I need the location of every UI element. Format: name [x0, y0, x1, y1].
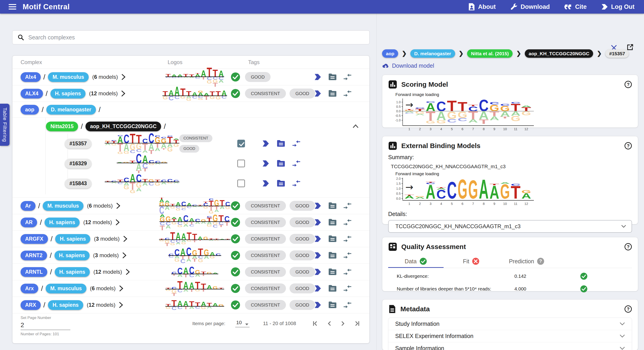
gene-pill[interactable]: ARNT2 [20, 251, 47, 260]
gene-pill[interactable]: AR [20, 218, 37, 227]
folder-icon[interactable] [328, 268, 337, 275]
table-row[interactable]: Alx4 / M. musculus (6 models) TCACACTATA… [12, 69, 370, 85]
model-id-pill[interactable]: #15843 [65, 179, 92, 188]
nav-cite[interactable]: Cite [564, 4, 587, 11]
gene-pill[interactable]: Arx [20, 284, 38, 293]
model-row[interactable]: #15843 TCATCCAGATGCGATAGCTGCACGCA [12, 173, 370, 194]
compare-arrows-icon[interactable] [343, 268, 352, 276]
help-icon[interactable]: ? [624, 81, 632, 88]
compare-arrows-icon[interactable] [343, 251, 352, 259]
model-id-pill[interactable]: #16329 [65, 159, 92, 168]
table-row[interactable]: ARNT2 / H. sapiens (3 models) CCCAGATCCT… [12, 247, 370, 264]
gene-pill[interactable]: Alx4 [20, 72, 41, 82]
species-pill[interactable]: D. melanogaster [46, 105, 96, 115]
tab-prediction[interactable]: Prediction? [499, 255, 554, 267]
table-row[interactable]: ALX4 / H. sapiens (12 models) TGACACTGTA… [12, 85, 370, 102]
nav-log-out[interactable]: Log Out [601, 4, 634, 11]
breadcrumb-item[interactable]: #15357 [605, 49, 629, 58]
goto-model-icon[interactable] [314, 268, 322, 275]
compare-arrows-icon[interactable] [343, 73, 352, 81]
gene-pill[interactable]: ARGFX [20, 234, 48, 244]
species-pill[interactable]: H. sapiens [50, 89, 86, 99]
experiment-pill[interactable]: aop_KH_TCCGGC20NGGC [86, 122, 161, 131]
tab-data[interactable]: Data [388, 255, 444, 267]
compare-arrows-icon[interactable] [292, 180, 300, 187]
model-details-select[interactable]: TCCGGC20NGGC_KH_NNACCGGAAGTR_m1_c3 [388, 220, 632, 233]
table-row[interactable]: ARNTL / H. sapiens (12 models) CTCAATCCG… [12, 264, 370, 280]
study-row[interactable]: Nitta2015 / aop_KH_TCCGGC20NGGC / [12, 118, 370, 133]
species-pill[interactable]: H. sapiens [55, 234, 90, 244]
goto-model-icon[interactable] [314, 301, 322, 308]
goto-model-icon[interactable] [314, 90, 322, 97]
compare-arrows-icon[interactable] [343, 218, 352, 226]
model-checkbox[interactable] [237, 160, 245, 167]
species-pill[interactable]: M. musculus [43, 201, 83, 211]
help-icon[interactable]: ? [624, 243, 632, 251]
folder-icon[interactable] [328, 235, 337, 242]
compare-arrows-icon[interactable] [292, 140, 300, 147]
goto-model-icon[interactable] [262, 140, 270, 147]
compare-arrows-icon[interactable] [292, 160, 300, 167]
last-page-button[interactable] [354, 320, 360, 327]
download-model-link[interactable]: Download model [382, 63, 434, 69]
gene-pill[interactable]: aop [20, 105, 39, 115]
model-checkbox[interactable] [237, 140, 245, 147]
folder-icon[interactable] [328, 252, 337, 259]
folder-icon[interactable] [328, 219, 337, 226]
species-pill[interactable]: H. sapiens [48, 300, 83, 310]
gene-pill[interactable]: ARNTL [20, 267, 47, 277]
folder-icon[interactable] [277, 160, 285, 167]
model-id-pill[interactable]: #15357 [65, 139, 92, 149]
prev-page-button[interactable] [326, 320, 332, 327]
breadcrumb-item[interactable]: D. melanogaster [410, 49, 455, 58]
metadata-section-2[interactable]: Sample Information [388, 342, 632, 350]
goto-model-icon[interactable] [314, 73, 322, 81]
folder-icon[interactable] [328, 202, 337, 209]
compare-arrows-icon[interactable] [343, 284, 352, 292]
gene-pill[interactable]: ALX4 [20, 89, 43, 99]
gene-pill[interactable]: Ar [20, 201, 36, 211]
model-checkbox[interactable] [237, 180, 245, 187]
goto-model-icon[interactable] [314, 252, 322, 259]
tab-fit[interactable]: Fit [444, 255, 499, 267]
table-row[interactable]: AR / H. sapiens (12 models) GACTGCATAGAC… [12, 214, 370, 231]
table-row[interactable]: Arx / M. musculus (6 models) TGCGTTCAAAT… [12, 280, 370, 297]
table-filtering-tab[interactable]: Table Filtering [0, 104, 10, 146]
table-row[interactable]: ARGFX / H. sapiens (3 models) TGCGTTCGAC… [12, 231, 370, 247]
goto-model-icon[interactable] [262, 160, 270, 167]
table-row[interactable]: Ar / M. musculus (6 models) GATCGAATGACG… [12, 198, 370, 214]
model-row[interactable]: #15357 TGATCGACTGCAGTGCTGCCTACATGCTAGCAT… [12, 133, 370, 154]
folder-icon[interactable] [328, 285, 337, 292]
compare-arrows-icon[interactable] [343, 90, 352, 97]
help-icon[interactable]: ? [624, 305, 632, 313]
collapse-icon[interactable] [352, 124, 359, 129]
metadata-section-1[interactable]: SELEX Experiment Information [388, 330, 632, 342]
metadata-section-0[interactable]: Study Information [388, 318, 632, 330]
help-icon[interactable]: ? [624, 142, 632, 150]
table-row[interactable]: ARX / H. sapiens (12 models) TGTCACATTAT… [12, 297, 370, 313]
goto-model-icon[interactable] [314, 285, 322, 292]
goto-model-icon[interactable] [314, 202, 322, 209]
folder-icon[interactable] [277, 180, 285, 187]
species-pill[interactable]: H. sapiens [55, 267, 90, 277]
next-page-button[interactable] [340, 320, 346, 327]
folder-icon[interactable] [328, 73, 337, 81]
search-input[interactable] [28, 34, 364, 41]
compare-arrows-icon[interactable] [343, 235, 352, 243]
folder-icon[interactable] [277, 140, 285, 147]
folder-icon[interactable] [328, 301, 337, 308]
nav-about[interactable]: About [468, 3, 496, 11]
species-pill[interactable]: M. musculus [46, 284, 86, 293]
breadcrumb-item[interactable]: Nitta et al. (2015) [467, 49, 512, 58]
nav-download[interactable]: Download [510, 3, 550, 11]
compare-arrows-icon[interactable] [343, 301, 352, 309]
species-pill[interactable]: H. sapiens [54, 251, 90, 260]
species-pill[interactable]: H. sapiens [44, 218, 80, 227]
menu-icon[interactable] [8, 3, 16, 11]
model-row[interactable]: #16329 AGTACATACTCGCAG [12, 154, 370, 173]
folder-icon[interactable] [328, 90, 337, 97]
species-pill[interactable]: M. musculus [48, 72, 88, 82]
compare-arrows-icon[interactable] [343, 202, 352, 210]
gene-pill[interactable]: ARX [20, 300, 41, 310]
table-row-group[interactable]: aop / D. melanogaster / [12, 102, 370, 118]
